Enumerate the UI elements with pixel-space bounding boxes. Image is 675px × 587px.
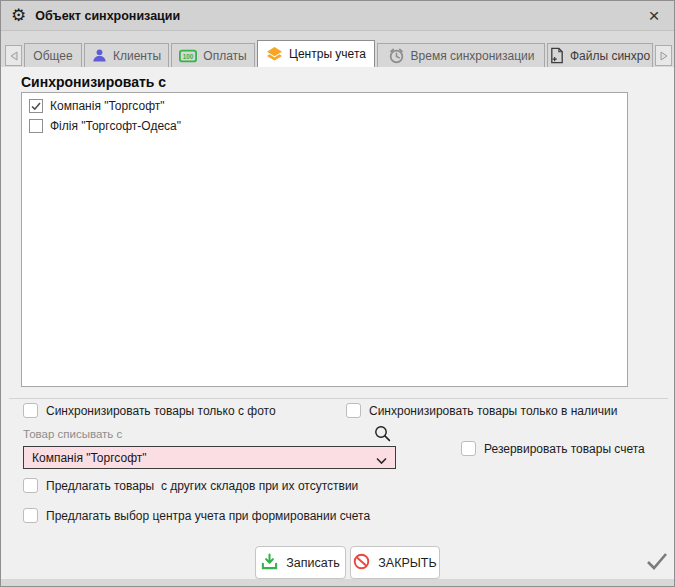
tab-accounting-centers[interactable]: Центры учета [257, 40, 375, 67]
tab-label: Клиенты [113, 49, 161, 63]
save-icon [261, 553, 278, 573]
check-icon [645, 551, 669, 575]
tab-sync-time[interactable]: Время синхронизации [377, 43, 545, 67]
option-reserve[interactable]: Резервировать товары счета [461, 441, 645, 456]
triangle-left-icon [10, 51, 18, 61]
tab-label: Оплаты [203, 49, 246, 63]
svg-text:100: 100 [183, 52, 194, 59]
group-title: Синхронизировать с [21, 74, 166, 90]
tab-strip: Общее Клиенты 100 Оплаты [1, 31, 675, 67]
tab-label: Файлы синхро [570, 49, 650, 63]
layers-icon [266, 46, 283, 62]
sync-with-listbox[interactable]: Компанія "Торгсофт" Філія "Торгсофт-Одес… [21, 92, 628, 387]
checkbox-checked[interactable] [29, 99, 43, 113]
tab-label: Центры учета [289, 47, 366, 61]
list-item[interactable]: Компанія "Торгсофт" [24, 96, 625, 116]
product-source-select[interactable]: Компанія "Торгсофт" [23, 446, 396, 469]
tab-label: Время синхронизации [411, 49, 535, 63]
option-label: Резервировать товары счета [484, 442, 645, 456]
product-source-label: Товар списывать с [23, 428, 122, 440]
sync-object-dialog: ⚙ Объект синхронизации × Общее Клиенты [0, 0, 675, 587]
checkbox-unchecked[interactable] [23, 508, 38, 523]
option-label: Синхронизировать товары только в наличии [369, 404, 617, 418]
tab-payments[interactable]: 100 Оплаты [171, 43, 255, 67]
option-choose-center[interactable]: Предлагать выбор центра учета при формир… [23, 508, 370, 523]
list-item[interactable]: Філія "Торгсофт-Одеса" [24, 116, 625, 136]
tab-label: Общее [33, 49, 72, 63]
list-item-label: Компанія "Торгсофт" [50, 99, 165, 113]
option-label: Предлагать выбор центра учета при формир… [46, 509, 370, 523]
tab-general[interactable]: Общее [24, 43, 82, 67]
close-button[interactable]: ЗАКРЫТЬ [350, 546, 440, 579]
bottom-strip [1, 579, 675, 587]
list-item-label: Філія "Торгсофт-Одеса" [50, 119, 181, 133]
title-bar: ⚙ Объект синхронизации × [1, 1, 675, 31]
tab-clients[interactable]: Клиенты [84, 43, 169, 67]
save-button[interactable]: Записать [255, 546, 346, 579]
file-plus-icon [550, 47, 564, 64]
separator-line [9, 398, 668, 399]
close-icon[interactable]: × [642, 6, 666, 25]
triangle-right-icon [660, 51, 668, 61]
prohibition-icon [353, 553, 370, 573]
option-label: Предлагать товары с других складов при и… [46, 479, 358, 493]
alarm-clock-icon [388, 47, 405, 64]
save-button-label: Записать [286, 556, 339, 570]
chevron-down-icon [376, 454, 387, 468]
checkbox-unchecked[interactable] [23, 478, 38, 493]
window-title: Объект синхронизации [35, 9, 180, 23]
checkbox-unchecked[interactable] [23, 403, 38, 418]
tab-scroll-left-button[interactable] [5, 45, 22, 66]
person-icon [92, 48, 107, 63]
option-photo[interactable]: Синхронизировать товары только с фото [23, 403, 276, 418]
product-source-value: Компанія "Торгсофт" [32, 451, 147, 465]
gear-icon: ⚙ [11, 7, 26, 24]
checkbox-unchecked[interactable] [461, 441, 476, 456]
option-label: Синхронизировать товары только с фото [46, 404, 276, 418]
checkbox-unchecked[interactable] [346, 403, 361, 418]
checkbox-unchecked[interactable] [29, 119, 43, 133]
option-stock[interactable]: Синхронизировать товары только в наличии [346, 403, 617, 418]
tab-sync-files[interactable]: Файлы синхро [547, 43, 653, 67]
option-other-warehouses[interactable]: Предлагать товары с других складов при и… [23, 478, 358, 493]
search-icon[interactable] [374, 425, 391, 446]
banknote-100-icon: 100 [179, 49, 197, 63]
close-button-label: ЗАКРЫТЬ [378, 556, 436, 570]
tab-scroll-right-button[interactable] [655, 45, 672, 66]
